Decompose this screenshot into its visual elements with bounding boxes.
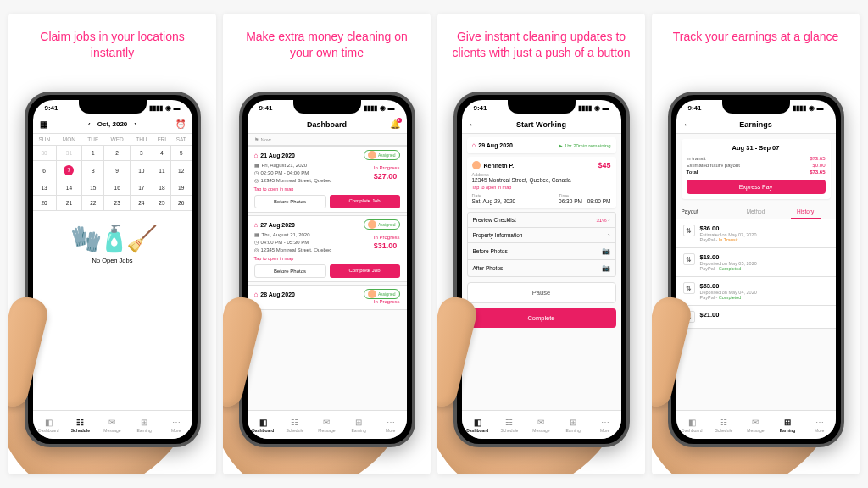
clock-icon: ◷ [254,169,259,177]
calendar-cell[interactable]: 30 [33,146,57,161]
tab-more[interactable]: ⋯More [804,411,836,439]
complete-job-button[interactable]: Complete Job [330,264,400,278]
job-card[interactable]: ⌂28 Aug 2020AssignedIn Progress [248,285,407,310]
tab-earning[interactable]: ⊞Earning [128,411,160,439]
row-checklist[interactable]: Preview Checklist31% › [468,213,615,228]
pin-icon: ◎ [254,177,259,185]
dashboard-icon: ◧ [45,418,53,427]
calendar-cell[interactable]: 16 [104,180,131,196]
complete-job-button[interactable]: Complete Job [330,195,400,208]
page-title: Dashboard [307,120,347,129]
row-property[interactable]: Property Information› [468,228,615,243]
calendar-cell[interactable]: 10 [130,161,153,180]
tab-more[interactable]: ⋯More [375,411,407,439]
calendar-cell[interactable]: 1 [82,146,104,161]
calendar-cell[interactable]: 9 [104,161,131,180]
calendar-cell[interactable]: 17 [130,180,153,196]
tab-schedule[interactable]: ☷Schedule [493,411,526,439]
calendar-cell[interactable]: 22 [82,196,104,211]
tab-more[interactable]: ⋯More [589,411,621,439]
alarm-icon[interactable]: ⏰ [175,119,186,129]
calendar-cell[interactable]: 19 [170,180,192,196]
tab-message[interactable]: ✉Message [97,411,129,439]
row-after-photos[interactable]: After Photos📷 [468,260,615,276]
calendar-cell[interactable]: 25 [153,196,170,211]
calendar-cell[interactable]: 6 [33,161,57,180]
wifi-icon: ◉ [165,104,171,112]
tab-earning[interactable]: ⊞Earning [342,411,375,439]
sw-client-block: Kenneth P. $45 Address 12345 Montreal St… [467,157,616,208]
calendar-cell[interactable]: 14 [56,180,82,196]
tab-schedule[interactable]: ☷Schedule [708,411,740,439]
calendar-cell[interactable]: 12 [170,161,192,180]
more-icon: ⋯ [172,418,181,427]
row-before-photos[interactable]: Before Photos📷 [468,243,615,260]
tab-dashboard[interactable]: ◧Dashboard [462,411,494,439]
tab-earning[interactable]: ⊞Earning [557,411,589,439]
calendar-cell[interactable]: 5 [170,146,192,161]
tab-payout[interactable]: Payout [682,204,732,219]
payout-row[interactable]: ⇅$21.00 [676,306,836,329]
tab-earning[interactable]: ⊞Earning [771,411,804,439]
next-month[interactable]: › [134,120,136,128]
avatar [472,161,481,169]
tab-schedule[interactable]: ☷Schedule [64,411,97,439]
signal-icon: ▮▮▮▮ [793,104,806,112]
calendar-cell[interactable]: 18 [153,180,170,196]
calendar-cell[interactable]: 11 [153,161,170,180]
tab-dashboard[interactable]: ◧Dashboard [33,411,65,439]
schedule-icon: ☷ [291,418,298,427]
before-photos-button[interactable]: Before Photos [254,264,326,278]
prev-month[interactable]: ‹ [88,120,91,128]
tab-message[interactable]: ✉Message [740,411,772,439]
headline: Track your earnings at a glance [666,24,846,92]
payout-row[interactable]: ⇅$63.00Deposited on May 04, 2020PayPal -… [676,277,836,306]
calendar-cell[interactable]: 21 [56,196,82,211]
tab-message[interactable]: ✉Message [526,411,558,439]
calendar-cell[interactable]: 2 [104,146,131,161]
home-icon-small: ⌂ [472,141,476,149]
calendar-cell[interactable]: 3 [130,146,153,161]
job-card[interactable]: ⌂27 Aug 2020Assigned▦Thu, August 21, 202… [248,215,407,282]
tab-method[interactable]: Method [731,204,781,219]
open-map-link[interactable]: Tap to open in map [254,256,400,261]
airbnb-icon: ⌂ [254,221,259,229]
calendar-cell[interactable]: 13 [33,180,57,196]
calendar-cell[interactable]: 23 [104,196,131,211]
calendar-grid[interactable]: SUNMONTUEWEDTHUFRISAT 303112345678910111… [33,134,192,211]
dashboard-icon: ◧ [688,418,696,427]
calendar-cell[interactable]: 7 [56,161,82,180]
pause-button[interactable]: Pause [467,282,616,303]
payout-row[interactable]: ⇅$18.00Deposited on May 05, 2020PayPal -… [676,248,836,277]
calendar-cell[interactable]: 31 [56,146,82,161]
calendar-cell[interactable]: 20 [33,196,57,211]
battery-icon: ▬ [388,104,395,112]
open-map-link[interactable]: Tap to open in map [254,186,400,191]
open-map-link[interactable]: Tap to open in map [472,185,611,190]
tab-message[interactable]: ✉Message [311,411,343,439]
battery-icon: ▬ [603,104,609,112]
complete-button[interactable]: Complete [467,308,616,328]
before-photos-button[interactable]: Before Photos [254,195,326,208]
tab-dashboard[interactable]: ◧Dashboard [676,411,709,439]
tab-more[interactable]: ⋯More [160,411,192,439]
notification-icon[interactable]: 🔔1 [390,119,400,129]
tab-dashboard[interactable]: ◧Dashboard [248,411,280,439]
calendar-cell[interactable]: 24 [130,196,153,211]
job-card[interactable]: ⌂21 Aug 2020Assigned▦Fri, August 21, 202… [248,146,407,213]
status-time: 9:41 [45,104,58,112]
more-icon: ⋯ [601,418,609,427]
calendar-cell[interactable]: 26 [170,196,192,211]
calendar-icon[interactable]: ▦ [40,119,47,129]
calendar-cell[interactable]: 15 [82,180,104,196]
calendar-cell[interactable]: 8 [82,161,104,180]
back-icon[interactable]: ← [683,119,692,129]
tab-schedule[interactable]: ☷Schedule [279,411,311,439]
calendar-cell[interactable]: 4 [153,146,170,161]
back-icon[interactable]: ← [469,119,477,129]
tab-history[interactable]: History [781,204,831,219]
payout-row[interactable]: ⇅$36.00Estimated on May 07, 2020PayPal -… [676,219,836,248]
dashboard-icon: ◧ [474,418,481,427]
signal-icon: ▮▮▮▮ [364,104,377,112]
express-pay-button[interactable]: Express Pay [687,180,826,194]
